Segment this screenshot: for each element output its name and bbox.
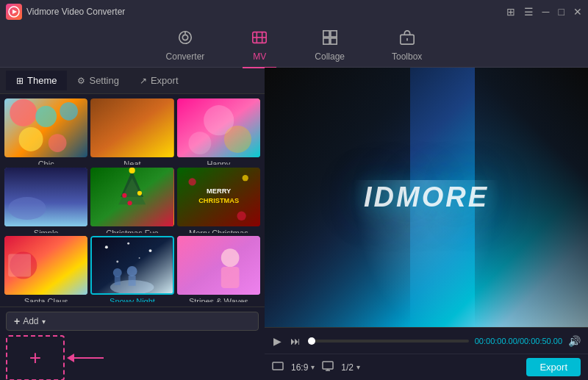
video-settings-bar: 16:9 ▾ 1/2 ▾ Export	[265, 354, 588, 380]
theme-item-chic[interactable]: Chic	[4, 98, 87, 165]
media-slot-plus-icon: +	[29, 348, 41, 368]
svg-point-34	[128, 201, 132, 205]
toolbox-icon	[399, 29, 415, 49]
close-icon[interactable]: ✕	[573, 6, 582, 18]
add-dropdown-arrow: ▾	[42, 318, 46, 326]
theme-grid: Chic	[0, 94, 265, 306]
svg-point-39	[242, 175, 248, 181]
sub-tab-export[interactable]: ↗ Export	[129, 71, 189, 90]
minimize-icon[interactable]: ─	[542, 6, 550, 18]
theme-tab-label: Theme	[27, 75, 57, 86]
export-button[interactable]: Export	[526, 358, 581, 376]
volume-icon[interactable]: 🔊	[568, 335, 581, 347]
theme-thumb-snowy-night	[90, 236, 173, 295]
svg-rect-52	[115, 276, 121, 285]
media-slot-1[interactable]: +	[6, 335, 65, 380]
export-arrow-icon: ↗	[140, 76, 147, 86]
tab-converter[interactable]: Converter	[157, 26, 214, 65]
svg-point-31	[129, 168, 135, 173]
next-icon: ⏭	[290, 335, 301, 347]
tab-toolbox[interactable]: Toolbox	[383, 26, 431, 65]
mv-label: MV	[253, 51, 266, 62]
theme-item-stripes-waves[interactable]: Stripes & Waves	[177, 236, 260, 302]
svg-point-38	[188, 178, 196, 185]
theme-item-snowy-night[interactable]: Snowy Night	[90, 236, 173, 302]
vidmore-watermark: IDMORE	[364, 182, 489, 213]
media-slots: +	[6, 335, 259, 380]
progress-dot	[308, 337, 315, 345]
svg-rect-10	[331, 30, 337, 36]
ratio-icon	[272, 360, 284, 374]
converter-label: Converter	[166, 51, 205, 62]
theme-name-christmas-eve: Christmas Eve	[90, 226, 173, 234]
export-label: Export	[539, 362, 567, 373]
add-button[interactable]: + Add ▾	[6, 312, 259, 331]
menu-icon[interactable]: ☰	[524, 6, 534, 18]
theme-thumb-neat	[90, 98, 173, 157]
video-preview: IDMORE	[265, 68, 588, 327]
theme-item-santa-claus[interactable]: Santa Claus	[4, 236, 87, 302]
theme-thumb-chic	[4, 98, 87, 157]
export-tab-label: Export	[151, 75, 179, 86]
svg-point-40	[237, 211, 245, 220]
maximize-icon[interactable]: □	[559, 6, 564, 18]
theme-name-neat: Neat	[90, 157, 173, 165]
svg-point-56	[220, 249, 239, 268]
play-icon: ▶	[273, 335, 282, 347]
theme-item-happy[interactable]: Happy	[177, 98, 260, 165]
converter-icon	[177, 29, 193, 49]
sub-tab-theme[interactable]: ⊞ Theme	[6, 71, 67, 90]
ratio-value: 16:9	[291, 362, 308, 373]
theme-item-christmas-eve[interactable]: Christmas Eve	[90, 168, 173, 234]
setting-tab-label: Setting	[89, 75, 118, 86]
add-icon: +	[14, 315, 20, 327]
theme-name-snowy-night: Snowy Night	[90, 295, 173, 302]
svg-point-45	[105, 245, 108, 248]
monitor-selector[interactable]: 1/2 ▾	[341, 362, 360, 373]
next-button[interactable]: ⏭	[289, 334, 302, 348]
bottom-area: + Add ▾ +	[0, 306, 265, 380]
theme-name-happy: Happy	[177, 157, 260, 165]
tab-collage[interactable]: Collage	[306, 26, 354, 65]
svg-point-16	[35, 106, 57, 127]
title-bar: Vidmore Video Converter ⊞ ☰ ─ □ ✕	[0, 0, 588, 24]
svg-rect-54	[129, 276, 136, 286]
play-button[interactable]: ▶	[272, 334, 283, 348]
svg-text:MERRY: MERRY	[207, 187, 232, 195]
svg-rect-11	[323, 37, 329, 43]
svg-point-3	[182, 35, 187, 40]
arrow-indicator	[67, 354, 104, 362]
ratio-dropdown-arrow: ▾	[311, 363, 315, 371]
sub-tab-setting[interactable]: ⚙ Setting	[67, 71, 129, 90]
svg-point-19	[49, 134, 67, 152]
progress-bar[interactable]	[308, 340, 469, 343]
theme-thumb-merry-christmas: MERRY CHRISTMAS	[177, 168, 260, 226]
main-content: ⊞ Theme ⚙ Setting ↗ Export	[0, 68, 588, 380]
collage-label: Collage	[315, 51, 345, 62]
tab-mv[interactable]: MV	[243, 26, 276, 65]
arrow-line	[74, 357, 104, 359]
ratio-selector[interactable]: 16:9 ▾	[291, 362, 315, 373]
title-bar-controls: ⊞ ☰ ─ □ ✕	[506, 6, 582, 18]
arrow-head	[67, 354, 74, 362]
svg-point-32	[123, 193, 127, 198]
time-display: 00:00:00.00/00:00:50.00	[475, 337, 562, 345]
svg-point-17	[60, 102, 78, 121]
setting-gear-icon: ⚙	[77, 76, 85, 86]
theme-item-neat[interactable]: Neat	[90, 98, 173, 165]
theme-item-simple[interactable]: Simple	[4, 168, 87, 234]
svg-rect-21	[90, 98, 173, 157]
monitor-value: 1/2	[341, 362, 354, 373]
svg-point-18	[19, 127, 43, 151]
theme-thumb-santa-claus	[4, 236, 87, 295]
svg-text:CHRISTMAS: CHRISTMAS	[198, 197, 239, 204]
svg-point-47	[149, 249, 152, 252]
svg-rect-55	[177, 236, 260, 295]
svg-point-53	[127, 266, 137, 276]
svg-point-51	[113, 268, 122, 277]
theme-item-merry-christmas[interactable]: MERRY CHRISTMAS Merry Christmas	[177, 168, 260, 234]
right-panel: IDMORE ▶ ⏭ 00:00:00.00/00:00:50.00 🔊	[265, 68, 588, 380]
grid-icon[interactable]: ⊞	[506, 6, 515, 18]
svg-rect-12	[331, 37, 337, 43]
svg-point-24	[188, 132, 211, 154]
